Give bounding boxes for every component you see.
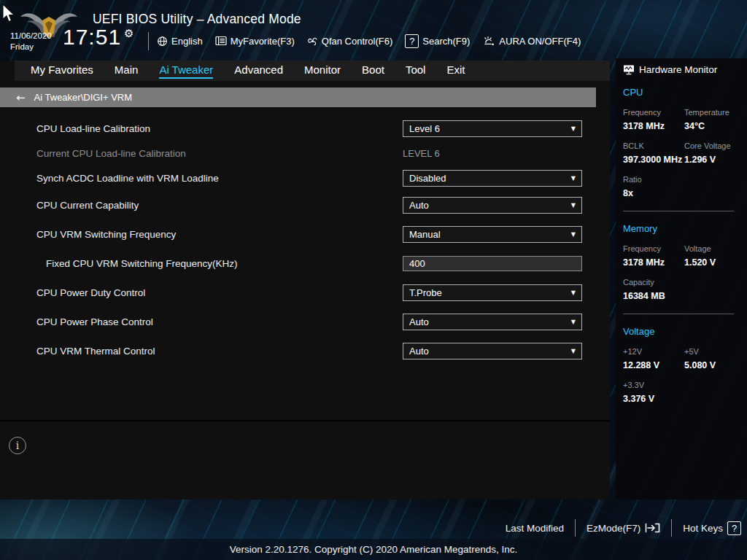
tab-tool[interactable]: Tool xyxy=(406,63,426,79)
hm-row: Ratio8x xyxy=(623,175,747,198)
hm-value: 5.080 V xyxy=(684,360,747,370)
last-modified-label: Last Modified xyxy=(506,523,564,534)
back-arrow-icon[interactable]: ← xyxy=(16,91,26,104)
tab-monitor[interactable]: Monitor xyxy=(304,63,341,79)
hm-value: 16384 MB xyxy=(623,291,684,301)
nav-tabs: My FavoritesMainAi TweakerAdvancedMonito… xyxy=(15,61,610,81)
app-title: UEFI BIOS Utility – Advanced Mode xyxy=(93,12,301,27)
hm-section-title-voltage: Voltage xyxy=(623,326,747,337)
footer-actions: Last Modified EzMode(F7) Hot Keys ? xyxy=(506,518,741,538)
header-separator xyxy=(148,32,149,50)
ezmode-button[interactable]: EzMode(F7) xyxy=(587,522,660,534)
monitor-chart-icon xyxy=(623,64,635,75)
setting-row: Current CPU Load-line CalibrationLEVEL 6 xyxy=(0,141,610,166)
info-panel-divider xyxy=(0,420,610,421)
hm-section-title-memory: Memory xyxy=(623,223,747,234)
setting-label: CPU Power Duty Control xyxy=(36,287,145,298)
aura-icon xyxy=(482,36,495,47)
tab-my-favorites[interactable]: My Favorites xyxy=(31,63,93,79)
hm-cell: +5V5.080 V xyxy=(684,347,747,370)
setting-row: CPU VRM Switching FrequencyManual▼ xyxy=(0,219,610,249)
version-bar: Version 2.20.1276. Copyright (C) 2020 Am… xyxy=(0,539,747,560)
header-search-button[interactable]: ?Search(F9) xyxy=(405,34,470,48)
chevron-down-icon: ▼ xyxy=(571,348,576,354)
hm-label: BCLK xyxy=(623,141,684,150)
breadcrumb-path: Ai Tweaker\DIGI+ VRM xyxy=(34,92,133,103)
ezmode-label: EzMode(F7) xyxy=(587,523,640,534)
dropdown-value: Level 6 xyxy=(409,123,440,134)
setting-dropdown[interactable]: Auto▼ xyxy=(403,343,582,359)
hm-cell: Temperature34°C xyxy=(684,108,747,131)
hot-keys-button[interactable]: Hot Keys ? xyxy=(683,521,741,535)
header-qfan-label: Qfan Control(F6) xyxy=(322,36,393,47)
setting-label: CPU Current Capability xyxy=(36,200,139,211)
hm-label: +3.3V xyxy=(623,381,684,389)
hm-cell: Voltage1.520 V xyxy=(684,244,747,268)
last-modified-button[interactable]: Last Modified xyxy=(506,523,564,534)
footer-separator xyxy=(575,519,576,537)
clock-settings-gear-icon[interactable]: ⚙ xyxy=(124,27,133,40)
hm-cell: Ratio8x xyxy=(623,175,684,198)
tab-ai-tweaker[interactable]: Ai Tweaker xyxy=(159,63,213,79)
hm-value: 1.296 V xyxy=(684,155,747,165)
chevron-down-icon: ▼ xyxy=(571,289,576,296)
hm-cell: Core Voltage1.296 V xyxy=(684,141,747,165)
hm-section-divider xyxy=(623,314,734,314)
dropdown-value: Disabled xyxy=(409,173,446,184)
setting-label: Current CPU Load-line Calibration xyxy=(36,148,186,159)
tab-boot[interactable]: Boot xyxy=(362,63,384,79)
hm-label: +12V xyxy=(623,347,684,356)
setting-dropdown[interactable]: Manual▼ xyxy=(403,226,582,243)
hm-value: 3178 MHz xyxy=(623,257,684,268)
hardware-monitor-panel: Hardware Monitor CPUFrequency3178 MHzTem… xyxy=(616,58,747,499)
hm-value: 3178 MHz xyxy=(623,121,684,131)
hm-value: 1.520 V xyxy=(684,257,747,268)
setting-dropdown[interactable]: Auto▼ xyxy=(403,197,582,214)
chevron-down-icon: ▼ xyxy=(571,319,576,325)
hm-label: +5V xyxy=(684,347,747,356)
hm-row: Capacity16384 MB xyxy=(623,278,747,301)
setting-row: CPU Power Duty ControlT.Probe▼ xyxy=(0,278,610,307)
tab-advanced[interactable]: Advanced xyxy=(234,63,283,79)
header-myfavorite-label: MyFavorite(F3) xyxy=(231,36,295,47)
setting-dropdown[interactable]: T.Probe▼ xyxy=(403,284,582,301)
hm-cell: +3.3V3.376 V xyxy=(623,381,684,404)
hm-cell: Frequency3178 MHz xyxy=(623,108,684,131)
dropdown-value: Auto xyxy=(409,200,429,211)
setting-label: CPU VRM Thermal Control xyxy=(36,346,155,357)
setting-row: Synch ACDC Loadline with VRM LoadlineDis… xyxy=(0,166,610,190)
setting-readonly-value: LEVEL 6 xyxy=(403,148,582,159)
qfan-icon xyxy=(307,36,318,47)
globe-icon xyxy=(157,36,168,47)
dropdown-value: Auto xyxy=(409,316,429,327)
ezmode-enter-icon xyxy=(645,522,660,534)
hm-row: BCLK397.3000 MHzCore Voltage1.296 V xyxy=(623,141,747,165)
dropdown-value: Auto xyxy=(409,346,429,357)
header: UEFI BIOS Utility – Advanced Mode 11/06/… xyxy=(0,0,747,58)
hm-label: Frequency xyxy=(623,108,684,117)
tab-main[interactable]: Main xyxy=(115,63,139,79)
hardware-monitor-header: Hardware Monitor xyxy=(623,64,747,75)
dropdown-value: T.Probe xyxy=(409,287,442,298)
setting-label: Synch ACDC Loadline with VRM Loadline xyxy=(36,173,219,184)
main-panel: My FavoritesMainAi TweakerAdvancedMonito… xyxy=(0,61,610,499)
hm-label: Frequency xyxy=(623,244,684,253)
setting-input[interactable]: 400 xyxy=(403,256,582,271)
hm-value: 397.3000 MHz xyxy=(623,155,684,165)
setting-dropdown[interactable]: Disabled▼ xyxy=(403,170,582,187)
footer-separator xyxy=(671,519,672,537)
myfavorite-icon xyxy=(215,36,227,46)
setting-row: CPU VRM Thermal ControlAuto▼ xyxy=(0,336,610,365)
day-text: Friday xyxy=(10,42,52,52)
header-qfan-button[interactable]: Qfan Control(F6) xyxy=(307,36,393,47)
hm-label: Ratio xyxy=(623,175,684,184)
header-aura-button[interactable]: AURA ON/OFF(F4) xyxy=(482,36,581,47)
hm-row: Frequency3178 MHzVoltage1.520 V xyxy=(623,244,747,268)
setting-dropdown[interactable]: Auto▼ xyxy=(403,314,582,330)
setting-row: CPU Load-line CalibrationLevel 6▼ xyxy=(0,116,610,141)
header-language-button[interactable]: English xyxy=(157,36,203,47)
setting-dropdown[interactable]: Level 6▼ xyxy=(403,120,582,137)
header-aura-label: AURA ON/OFF(F4) xyxy=(499,36,581,47)
header-myfavorite-button[interactable]: MyFavorite(F3) xyxy=(215,36,295,47)
tab-exit[interactable]: Exit xyxy=(446,63,465,79)
